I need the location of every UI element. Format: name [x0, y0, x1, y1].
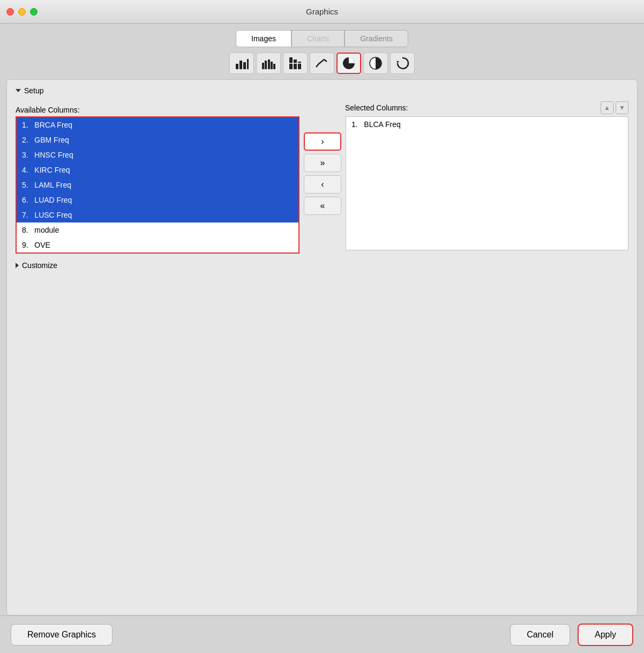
columns-header: Available Columns: Selected Columns: ▲ ▼ — [16, 101, 628, 114]
bottom-bar: Remove Graphics Cancel Apply — [0, 615, 644, 653]
available-columns-label-wrapper: Available Columns: — [16, 105, 299, 114]
columns-area: 1. BRCA Freq 2. GBM Freq 3. HNSC Freq 4.… — [16, 116, 628, 254]
tab-charts: Charts — [291, 30, 345, 47]
grouped-bar-icon — [261, 56, 275, 70]
move-right-btn[interactable]: › — [304, 132, 341, 151]
svg-rect-4 — [262, 63, 264, 69]
selected-columns-list[interactable]: 1. BLCA Freq — [346, 116, 628, 250]
pie-chart-icon — [342, 56, 356, 70]
svg-rect-5 — [265, 61, 267, 69]
selected-columns-label: Selected Columns: — [345, 103, 408, 112]
svg-rect-8 — [273, 64, 275, 69]
customize-section-header[interactable]: Customize — [16, 261, 628, 270]
svg-marker-15 — [396, 61, 399, 63]
apply-btn[interactable]: Apply — [578, 624, 633, 646]
traffic-lights — [6, 8, 38, 16]
available-columns-label: Available Columns: — [16, 106, 80, 114]
available-col-8[interactable]: 8. module — [17, 222, 298, 238]
main-content: Images Charts Gradients — [0, 24, 644, 615]
available-col-5[interactable]: 5. LAML Freq — [17, 177, 298, 192]
move-all-left-btn[interactable]: « — [304, 197, 341, 215]
setup-section-header[interactable]: Setup — [16, 86, 628, 95]
window-title: Graphics — [306, 7, 338, 16]
svg-rect-10 — [294, 60, 297, 69]
minimize-button[interactable] — [18, 8, 26, 16]
move-left-btn[interactable]: ‹ — [304, 175, 341, 194]
close-button[interactable] — [6, 8, 14, 16]
customize-section-label: Customize — [22, 261, 57, 270]
line-chart-icon-btn[interactable] — [310, 53, 334, 74]
stacked-bar-icon — [288, 56, 302, 70]
svg-rect-3 — [247, 59, 249, 69]
bar-chart-icon — [235, 56, 249, 70]
refresh-icon-btn[interactable] — [390, 53, 415, 74]
available-col-7[interactable]: 7. LUSC Freq — [17, 207, 298, 222]
selected-columns-header: Selected Columns: ▲ ▼ — [345, 101, 628, 114]
svg-rect-11 — [298, 62, 301, 69]
remove-graphics-btn[interactable]: Remove Graphics — [11, 624, 113, 645]
cancel-btn[interactable]: Cancel — [510, 624, 570, 645]
transfer-buttons: › » ‹ « — [299, 132, 346, 215]
line-chart-icon — [315, 56, 329, 70]
tab-bar: Images Charts Gradients — [6, 30, 638, 47]
available-col-3[interactable]: 3. HNSC Freq — [17, 147, 298, 162]
setup-section-label: Setup — [24, 86, 44, 95]
customize-expand-arrow — [16, 263, 19, 268]
contrast-icon — [369, 56, 383, 70]
bar-chart-icon-btn[interactable] — [229, 53, 254, 74]
svg-rect-0 — [236, 64, 238, 69]
svg-rect-1 — [239, 61, 242, 69]
sort-down-btn[interactable]: ▼ — [616, 101, 628, 114]
move-all-right-btn[interactable]: » — [304, 154, 341, 172]
stacked-bar-icon-btn[interactable] — [283, 53, 308, 74]
bottom-left: Remove Graphics — [11, 624, 113, 645]
available-col-9[interactable]: 9. OVE — [17, 238, 298, 253]
icon-toolbar — [6, 53, 638, 74]
available-col-4[interactable]: 4. KIRC Freq — [17, 162, 298, 177]
bottom-right: Cancel Apply — [510, 624, 633, 646]
title-bar: Graphics — [0, 0, 644, 24]
setup-collapse-arrow — [16, 89, 21, 92]
available-columns-list[interactable]: 1. BRCA Freq 2. GBM Freq 3. HNSC Freq 4.… — [16, 116, 299, 254]
selected-col-1[interactable]: 1. BLCA Freq — [346, 117, 628, 132]
available-col-1[interactable]: 1. BRCA Freq — [17, 117, 298, 132]
available-col-6[interactable]: 6. LUAD Freq — [17, 192, 298, 207]
svg-rect-7 — [271, 62, 273, 69]
refresh-icon — [395, 56, 409, 70]
tab-gradients[interactable]: Gradients — [345, 30, 408, 47]
svg-rect-2 — [243, 62, 246, 69]
tab-images[interactable]: Images — [236, 30, 291, 47]
maximize-button[interactable] — [30, 8, 38, 16]
sort-up-btn[interactable]: ▲ — [601, 101, 613, 114]
available-col-2[interactable]: 2. GBM Freq — [17, 132, 298, 147]
pie-chart-icon-btn[interactable] — [336, 53, 361, 74]
contrast-icon-btn[interactable] — [363, 53, 388, 74]
main-panel: Setup Available Columns: Selected Column… — [6, 79, 638, 615]
svg-rect-6 — [268, 60, 270, 69]
grouped-bar-icon-btn[interactable] — [256, 53, 281, 74]
sort-arrows: ▲ ▼ — [601, 101, 628, 114]
